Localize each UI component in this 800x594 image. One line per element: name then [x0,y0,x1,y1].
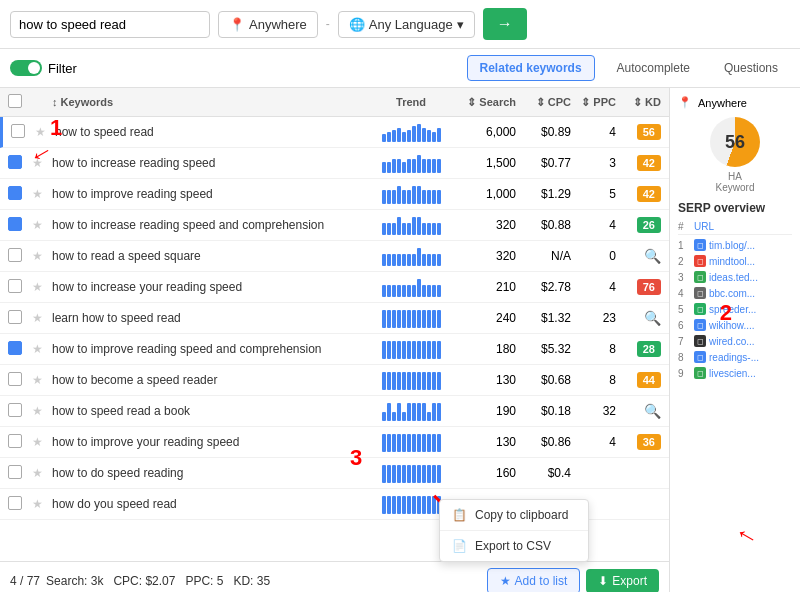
language-icon: 🌐 [349,17,365,32]
star-icon[interactable]: ★ [32,311,43,325]
trend-bar [422,159,426,173]
trend-cell [371,122,451,142]
location-field[interactable]: 📍 Anywhere [218,11,318,38]
export-to-csv-item[interactable]: 📄 Export to CSV [440,530,588,561]
star-icon[interactable]: ★ [32,466,43,480]
star-icon[interactable]: ★ [35,125,46,139]
star-icon[interactable]: ★ [32,187,43,201]
row-checkbox[interactable] [8,155,22,169]
kd-search-icon: 🔍 [644,310,661,326]
serp-url[interactable]: spreeder... [709,304,792,315]
table-row[interactable]: ★ how to read a speed square 320 N/A 0 🔍 [0,241,669,272]
search-cell: 180 [451,342,516,356]
trend-bar [382,190,386,204]
table-row[interactable]: ★ learn how to speed read 240 $1.32 23 🔍 [0,303,669,334]
serp-url[interactable]: tim.blog/... [709,240,792,251]
trend-cell [371,463,451,483]
trend-bar [427,496,431,514]
row-checkbox[interactable] [8,496,22,510]
language-field[interactable]: 🌐 Any Language ▾ [338,11,475,38]
table-row[interactable]: ★ how to improve reading speed and compr… [0,334,669,365]
serp-row: 2 ◻ mindtool... [678,253,792,269]
star-icon[interactable]: ★ [32,497,43,511]
trend-bar [382,465,386,483]
serp-url[interactable]: mindtool... [709,256,792,267]
trend-bar [417,310,421,328]
row-checkbox[interactable] [8,434,22,448]
kd-badge: 42 [637,155,661,171]
row-checkbox[interactable] [8,372,22,386]
table-row[interactable]: ★ how to become a speed reader 130 $0.68… [0,365,669,396]
trend-bar [402,223,406,235]
table-row[interactable]: ★ how to improve your reading speed 130 … [0,427,669,458]
ppc-cell: 0 [571,249,616,263]
trend-bar [432,285,436,297]
star-icon[interactable]: ★ [32,156,43,170]
right-location-label: Anywhere [698,97,747,109]
star-icon[interactable]: ★ [32,373,43,387]
search-input[interactable] [10,11,210,38]
trend-bar [402,412,406,421]
serp-num: 8 [678,352,694,363]
table-row[interactable]: ★ how to speed read a book 190 $0.18 32 … [0,396,669,427]
export-button[interactable]: ⬇ Export [586,569,659,592]
row-checkbox[interactable] [8,279,22,293]
star-icon[interactable]: ★ [32,218,43,232]
trend-bar [427,130,431,142]
serp-url[interactable]: ideas.ted... [709,272,792,283]
keyword-cell: how to improve reading speed and compreh… [52,342,371,356]
search-cell: 6,000 [451,125,516,139]
serp-url[interactable]: wired.co... [709,336,792,347]
copy-to-clipboard-item[interactable]: 📋 Copy to clipboard [440,500,588,530]
cpc-cell: $0.89 [516,125,571,139]
trend-bar [427,254,431,266]
cpc-cell: N/A [516,249,571,263]
trend-cell [371,370,451,390]
star-icon[interactable]: ★ [32,404,43,418]
row-checkbox[interactable] [8,310,22,324]
trend-bar [422,341,426,359]
row-checkbox[interactable] [11,124,25,138]
table-row[interactable]: ★ how to increase your reading speed 210… [0,272,669,303]
row-checkbox[interactable] [8,186,22,200]
select-all-checkbox[interactable] [8,94,22,108]
serp-url[interactable]: readings-... [709,352,792,363]
table-row[interactable]: ★ how to increase reading speed 1,500 $0… [0,148,669,179]
row-checkbox[interactable] [8,217,22,231]
trend-bar [392,372,396,390]
trend-bar [392,190,396,204]
serp-num: 5 [678,304,694,315]
serp-url[interactable]: bbc.com... [709,288,792,299]
row-checkbox[interactable] [8,341,22,355]
row-checkbox[interactable] [8,403,22,417]
tab-related-keywords[interactable]: Related keywords [467,55,595,81]
table-row[interactable]: ★ how to improve reading speed 1,000 $1.… [0,179,669,210]
star-icon[interactable]: ★ [32,435,43,449]
trend-bar [382,223,386,235]
filter-toggle-switch[interactable] [10,60,42,76]
star-icon[interactable]: ★ [32,280,43,294]
ppc-cell: 4 [571,125,616,139]
trend-cell [371,401,451,421]
trend-bar [412,254,416,266]
trend-bar [397,496,401,514]
star-icon[interactable]: ★ [32,342,43,356]
tab-questions[interactable]: Questions [712,56,790,80]
table-row[interactable]: ★ how to speed read 6,000 $0.89 4 56 [0,117,669,148]
trend-cell [371,246,451,266]
star-icon[interactable]: ★ [32,249,43,263]
table-row[interactable]: ★ how to increase reading speed and comp… [0,210,669,241]
tab-autocomplete[interactable]: Autocomplete [605,56,702,80]
cpc-cell: $0.18 [516,404,571,418]
serp-favicon: ◻ [694,239,706,251]
right-location-icon: 📍 [678,96,692,109]
column-kd: ⇕ KD [616,96,661,109]
trend-bar [427,372,431,390]
serp-url[interactable]: wikihow.... [709,320,792,331]
serp-url[interactable]: livescien... [709,368,792,379]
add-to-list-button[interactable]: ★ Add to list [487,568,581,592]
row-checkbox[interactable] [8,248,22,262]
table-row[interactable]: ★ how to do speed reading 160 $0.4 [0,458,669,489]
go-button[interactable]: → [483,8,527,40]
row-checkbox[interactable] [8,465,22,479]
